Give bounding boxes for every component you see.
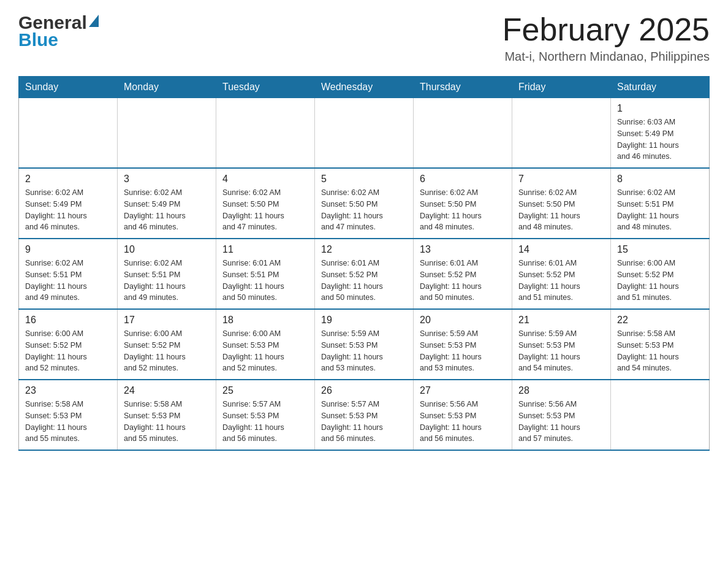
calendar-cell: [118, 98, 216, 169]
month-title: February 2025: [502, 12, 710, 47]
day-info: Sunrise: 6:02 AM Sunset: 5:51 PM Dayligh…: [124, 258, 210, 304]
calendar-cell: 10Sunrise: 6:02 AM Sunset: 5:51 PM Dayli…: [118, 239, 216, 309]
calendar-week-5: 23Sunrise: 5:58 AM Sunset: 5:53 PM Dayli…: [19, 380, 710, 450]
day-number: 5: [321, 174, 407, 185]
calendar-cell: [512, 98, 611, 169]
logo: General Blue: [18, 12, 99, 50]
day-info: Sunrise: 5:58 AM Sunset: 5:53 PM Dayligh…: [25, 399, 111, 445]
calendar-cell: 14Sunrise: 6:01 AM Sunset: 5:52 PM Dayli…: [512, 239, 611, 309]
calendar-week-3: 9Sunrise: 6:02 AM Sunset: 5:51 PM Daylig…: [19, 239, 710, 309]
day-number: 27: [420, 385, 506, 396]
calendar-cell: 23Sunrise: 5:58 AM Sunset: 5:53 PM Dayli…: [19, 380, 118, 450]
calendar-cell: 8Sunrise: 6:02 AM Sunset: 5:51 PM Daylig…: [611, 168, 710, 239]
calendar-cell: 22Sunrise: 5:58 AM Sunset: 5:53 PM Dayli…: [611, 309, 710, 380]
day-number: 8: [617, 174, 703, 185]
day-info: Sunrise: 6:01 AM Sunset: 5:52 PM Dayligh…: [321, 258, 407, 304]
day-number: 12: [321, 244, 407, 255]
day-number: 17: [124, 315, 210, 326]
calendar-cell: 18Sunrise: 6:00 AM Sunset: 5:53 PM Dayli…: [216, 309, 315, 380]
calendar-cell: 21Sunrise: 5:59 AM Sunset: 5:53 PM Dayli…: [512, 309, 611, 380]
day-number: 21: [518, 315, 604, 326]
calendar-cell: 5Sunrise: 6:02 AM Sunset: 5:50 PM Daylig…: [315, 168, 414, 239]
day-info: Sunrise: 6:00 AM Sunset: 5:52 PM Dayligh…: [124, 328, 210, 374]
calendar-cell: 19Sunrise: 5:59 AM Sunset: 5:53 PM Dayli…: [315, 309, 414, 380]
calendar-cell: [216, 98, 315, 169]
calendar-cell: 16Sunrise: 6:00 AM Sunset: 5:52 PM Dayli…: [19, 309, 118, 380]
day-number: 23: [25, 385, 111, 396]
day-info: Sunrise: 5:57 AM Sunset: 5:53 PM Dayligh…: [222, 399, 308, 445]
day-number: 15: [617, 244, 703, 255]
day-number: 16: [25, 315, 111, 326]
col-sunday: Sunday: [19, 77, 118, 98]
calendar-cell: [315, 98, 414, 169]
col-friday: Friday: [512, 77, 611, 98]
day-info: Sunrise: 6:02 AM Sunset: 5:51 PM Dayligh…: [617, 187, 703, 233]
day-info: Sunrise: 5:56 AM Sunset: 5:53 PM Dayligh…: [420, 399, 506, 445]
calendar-cell: 9Sunrise: 6:02 AM Sunset: 5:51 PM Daylig…: [19, 239, 118, 309]
day-info: Sunrise: 5:58 AM Sunset: 5:53 PM Dayligh…: [617, 328, 703, 374]
day-info: Sunrise: 6:02 AM Sunset: 5:50 PM Dayligh…: [518, 187, 604, 233]
day-info: Sunrise: 5:59 AM Sunset: 5:53 PM Dayligh…: [321, 328, 407, 374]
calendar-cell: 24Sunrise: 5:58 AM Sunset: 5:53 PM Dayli…: [118, 380, 216, 450]
page-header: General Blue February 2025 Mat-i, Northe…: [18, 12, 710, 64]
day-info: Sunrise: 6:00 AM Sunset: 5:52 PM Dayligh…: [25, 328, 111, 374]
day-number: 20: [420, 315, 506, 326]
day-info: Sunrise: 6:02 AM Sunset: 5:50 PM Dayligh…: [321, 187, 407, 233]
day-info: Sunrise: 6:02 AM Sunset: 5:49 PM Dayligh…: [124, 187, 210, 233]
calendar-cell: 2Sunrise: 6:02 AM Sunset: 5:49 PM Daylig…: [19, 168, 118, 239]
day-info: Sunrise: 6:02 AM Sunset: 5:50 PM Dayligh…: [222, 187, 308, 233]
calendar-cell: 28Sunrise: 5:56 AM Sunset: 5:53 PM Dayli…: [512, 380, 611, 450]
location-subtitle: Mat-i, Northern Mindanao, Philippines: [502, 50, 710, 64]
calendar-cell: 11Sunrise: 6:01 AM Sunset: 5:51 PM Dayli…: [216, 239, 315, 309]
calendar-cell: 3Sunrise: 6:02 AM Sunset: 5:49 PM Daylig…: [118, 168, 216, 239]
day-number: 14: [518, 244, 604, 255]
calendar-cell: 7Sunrise: 6:02 AM Sunset: 5:50 PM Daylig…: [512, 168, 611, 239]
day-info: Sunrise: 5:57 AM Sunset: 5:53 PM Dayligh…: [321, 399, 407, 445]
calendar-cell: 27Sunrise: 5:56 AM Sunset: 5:53 PM Dayli…: [414, 380, 512, 450]
col-thursday: Thursday: [414, 77, 512, 98]
col-monday: Monday: [118, 77, 216, 98]
calendar-cell: 20Sunrise: 5:59 AM Sunset: 5:53 PM Dayli…: [414, 309, 512, 380]
calendar-body: 1Sunrise: 6:03 AM Sunset: 5:49 PM Daylig…: [19, 98, 710, 451]
days-of-week-row: Sunday Monday Tuesday Wednesday Thursday…: [19, 77, 710, 98]
calendar-cell: 15Sunrise: 6:00 AM Sunset: 5:52 PM Dayli…: [611, 239, 710, 309]
calendar-cell: [414, 98, 512, 169]
day-number: 19: [321, 315, 407, 326]
day-number: 28: [518, 385, 604, 396]
calendar-cell: 1Sunrise: 6:03 AM Sunset: 5:49 PM Daylig…: [611, 98, 710, 169]
day-number: 13: [420, 244, 506, 255]
calendar-cell: 13Sunrise: 6:01 AM Sunset: 5:52 PM Dayli…: [414, 239, 512, 309]
day-number: 18: [222, 315, 308, 326]
calendar-cell: 26Sunrise: 5:57 AM Sunset: 5:53 PM Dayli…: [315, 380, 414, 450]
day-info: Sunrise: 6:01 AM Sunset: 5:52 PM Dayligh…: [518, 258, 604, 304]
day-info: Sunrise: 6:00 AM Sunset: 5:52 PM Dayligh…: [617, 258, 703, 304]
calendar-cell: [19, 98, 118, 169]
day-number: 11: [222, 244, 308, 255]
day-number: 3: [124, 174, 210, 185]
col-tuesday: Tuesday: [216, 77, 315, 98]
title-section: February 2025 Mat-i, Northern Mindanao, …: [502, 12, 710, 64]
day-number: 25: [222, 385, 308, 396]
col-wednesday: Wednesday: [315, 77, 414, 98]
calendar-cell: 6Sunrise: 6:02 AM Sunset: 5:50 PM Daylig…: [414, 168, 512, 239]
day-number: 1: [617, 103, 703, 114]
calendar-header: Sunday Monday Tuesday Wednesday Thursday…: [19, 77, 710, 98]
calendar-cell: 25Sunrise: 5:57 AM Sunset: 5:53 PM Dayli…: [216, 380, 315, 450]
day-info: Sunrise: 5:58 AM Sunset: 5:53 PM Dayligh…: [124, 399, 210, 445]
day-info: Sunrise: 6:03 AM Sunset: 5:49 PM Dayligh…: [617, 117, 703, 163]
calendar-week-2: 2Sunrise: 6:02 AM Sunset: 5:49 PM Daylig…: [19, 168, 710, 239]
logo-triangle-icon: [89, 15, 99, 27]
day-info: Sunrise: 6:02 AM Sunset: 5:51 PM Dayligh…: [25, 258, 111, 304]
day-number: 24: [124, 385, 210, 396]
calendar-cell: 4Sunrise: 6:02 AM Sunset: 5:50 PM Daylig…: [216, 168, 315, 239]
day-info: Sunrise: 6:02 AM Sunset: 5:49 PM Dayligh…: [25, 187, 111, 233]
day-number: 4: [222, 174, 308, 185]
day-info: Sunrise: 5:59 AM Sunset: 5:53 PM Dayligh…: [420, 328, 506, 374]
day-number: 22: [617, 315, 703, 326]
day-info: Sunrise: 6:02 AM Sunset: 5:50 PM Dayligh…: [420, 187, 506, 233]
calendar-table: Sunday Monday Tuesday Wednesday Thursday…: [18, 76, 710, 451]
day-info: Sunrise: 5:56 AM Sunset: 5:53 PM Dayligh…: [518, 399, 604, 445]
col-saturday: Saturday: [611, 77, 710, 98]
day-info: Sunrise: 6:01 AM Sunset: 5:52 PM Dayligh…: [420, 258, 506, 304]
day-number: 10: [124, 244, 210, 255]
